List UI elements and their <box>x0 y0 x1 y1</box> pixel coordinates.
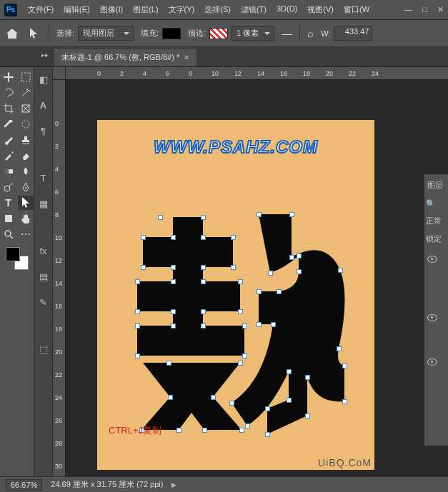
anchor-handle[interactable] <box>141 265 146 270</box>
frame-tool[interactable] <box>18 101 34 116</box>
shape-character[interactable] <box>124 209 350 434</box>
align-icon[interactable]: ⌕ <box>307 27 314 39</box>
anchor-handle[interactable] <box>135 353 140 358</box>
menu-file[interactable]: 文件(F) <box>23 1 59 18</box>
menu-edit[interactable]: 编辑(E) <box>59 1 95 18</box>
history-panel-icon[interactable]: ◧ <box>37 73 50 86</box>
anchor-handle[interactable] <box>171 235 176 240</box>
anchor-handle[interactable] <box>231 235 236 240</box>
stamp-tool[interactable] <box>18 133 34 147</box>
artboard[interactable]: WWW.PSAHZ.COM CTRL+J复制 UiBQ.CoM <box>97 120 374 470</box>
anchor-handle[interactable] <box>289 212 294 217</box>
menu-select[interactable]: 选择(S) <box>199 1 236 18</box>
anchor-handle[interactable] <box>201 279 206 284</box>
anchor-handle[interactable] <box>135 323 140 328</box>
menu-type[interactable]: 文字(Y) <box>164 1 200 18</box>
visibility-eye-icon[interactable] <box>427 314 437 321</box>
anchor-handle[interactable] <box>305 413 310 418</box>
anchor-handle[interactable] <box>242 353 247 358</box>
visibility-eye-icon[interactable] <box>427 358 437 366</box>
anchor-handle[interactable] <box>277 289 282 294</box>
color-fg-bg[interactable] <box>6 247 29 270</box>
menu-view[interactable]: 视图(V) <box>302 1 339 18</box>
anchor-handle[interactable] <box>238 309 243 314</box>
hand-tool[interactable] <box>18 211 34 226</box>
menu-3d[interactable]: 3D(D) <box>272 1 302 18</box>
anchor-handle[interactable] <box>289 255 294 260</box>
anchor-handle[interactable] <box>239 428 244 433</box>
zoom-display[interactable]: 66.67% <box>6 479 42 491</box>
swatches-panel-icon[interactable]: ▦ <box>37 197 50 210</box>
path-select-tool[interactable] <box>18 196 34 210</box>
menu-window[interactable]: 窗口(W <box>339 1 374 18</box>
dodge-tool[interactable] <box>1 180 16 194</box>
move-tool[interactable] <box>1 70 16 84</box>
stroke-style-icon[interactable]: — <box>282 27 292 39</box>
anchor-handle[interactable] <box>238 361 243 366</box>
anchor-handle[interactable] <box>168 395 173 400</box>
anchor-handle[interactable] <box>242 323 247 328</box>
anchor-handle[interactable] <box>337 346 342 351</box>
fill-swatch[interactable] <box>162 28 181 39</box>
anchor-handle[interactable] <box>268 271 273 276</box>
anchor-handle[interactable] <box>201 265 206 270</box>
pen-tool[interactable] <box>18 180 34 194</box>
wand-tool[interactable] <box>18 86 34 100</box>
ruler-vertical[interactable]: 024681012141618202224262830 <box>53 80 66 476</box>
anchor-handle[interactable] <box>201 215 206 220</box>
zoom-tool[interactable] <box>1 227 16 241</box>
gradient-tool[interactable] <box>1 164 16 179</box>
menu-layer[interactable]: 图层(L) <box>128 1 163 18</box>
anchor-handle[interactable] <box>171 309 176 314</box>
anchor-handle[interactable] <box>257 212 262 217</box>
anchor-handle[interactable] <box>338 268 343 273</box>
anchor-handle[interactable] <box>238 279 243 284</box>
anchor-handle[interactable] <box>265 406 270 411</box>
document-tab[interactable]: 未标题-1 @ 66.7% (教, RGB/8#) * ✕ <box>54 48 196 66</box>
layers-panel[interactable]: 图层 🔍 正常 锁定 <box>424 174 448 446</box>
anchor-handle[interactable] <box>141 235 146 240</box>
info-panel-icon[interactable]: fx <box>37 244 50 257</box>
anchor-handle[interactable] <box>305 375 310 380</box>
anchor-handle[interactable] <box>201 309 206 314</box>
paragraph-panel-icon[interactable]: ¶ <box>37 124 50 137</box>
minimize-button[interactable]: — <box>404 5 412 14</box>
anchor-handle[interactable] <box>257 322 262 327</box>
history-brush-tool[interactable] <box>1 149 16 163</box>
marquee-tool[interactable] <box>18 70 34 84</box>
anchor-handle[interactable] <box>265 432 270 437</box>
anchor-handle[interactable] <box>287 398 292 403</box>
heal-tool[interactable] <box>18 117 34 131</box>
anchor-handle[interactable] <box>342 399 347 404</box>
brush-tool[interactable] <box>1 133 16 147</box>
anchor-handle[interactable] <box>201 235 206 240</box>
blur-tool[interactable] <box>18 164 34 179</box>
anchor-handle[interactable] <box>158 215 163 220</box>
anchor-handle[interactable] <box>201 323 206 328</box>
glyphs-panel-icon[interactable]: T <box>37 171 50 184</box>
width-input[interactable]: 433.47 <box>334 26 372 41</box>
shape-tool[interactable] <box>1 211 16 226</box>
ruler-origin[interactable] <box>53 67 66 80</box>
anchor-handle[interactable] <box>171 279 176 284</box>
eyedropper-tool[interactable] <box>1 117 16 131</box>
properties-panel-icon[interactable]: ▤ <box>37 270 50 283</box>
anchor-handle[interactable] <box>171 265 176 270</box>
anchor-handle[interactable] <box>297 253 302 258</box>
stroke-swatch[interactable] <box>209 28 228 39</box>
anchor-handle[interactable] <box>229 401 234 406</box>
layers-shortcut-icon[interactable]: ⬚ <box>37 343 50 356</box>
search-icon[interactable]: 🔍 <box>426 199 447 209</box>
anchor-handle[interactable] <box>342 363 347 368</box>
visibility-eye-icon[interactable] <box>427 256 437 263</box>
home-icon[interactable] <box>6 28 19 39</box>
stroke-width-dropdown[interactable]: 1 像素 <box>232 26 274 41</box>
edit-toolbar-icon[interactable]: ⋯ <box>18 227 34 241</box>
restore-button[interactable]: □ <box>422 5 427 14</box>
close-tab-icon[interactable]: ✕ <box>184 54 189 61</box>
anchor-handle[interactable] <box>176 428 181 433</box>
anchor-handle[interactable] <box>231 265 236 270</box>
anchor-handle[interactable] <box>135 309 140 314</box>
crop-tool[interactable] <box>1 101 16 116</box>
anchor-handle[interactable] <box>135 279 140 284</box>
